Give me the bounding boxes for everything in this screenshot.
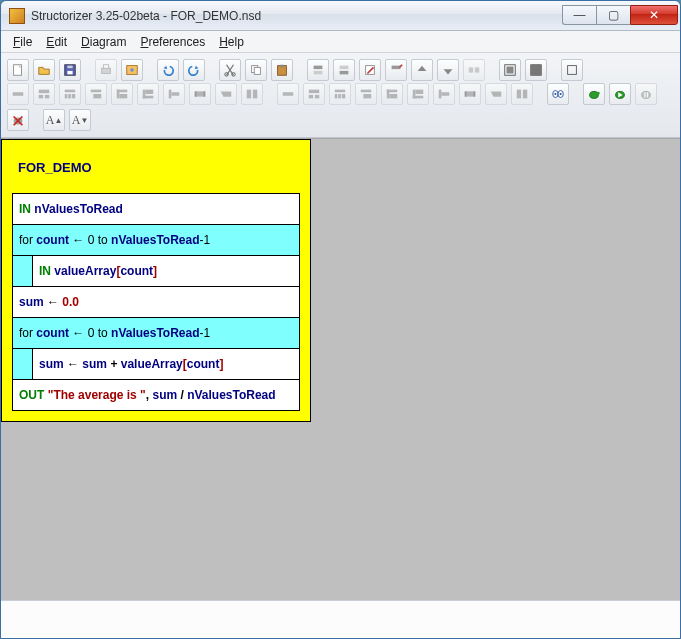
svg-rect-52 <box>309 95 313 99</box>
for2-inner[interactable]: sum ← sum + valueArray[count] <box>33 349 299 379</box>
output-average[interactable]: OUT "The average is ", sum / nValuesToRe… <box>13 380 299 410</box>
svg-rect-13 <box>280 65 284 68</box>
for2-header[interactable]: for count ← 0 to nValuesToRead-1 <box>13 318 299 349</box>
svg-rect-15 <box>314 71 323 75</box>
insert-instruction-after-icon[interactable] <box>277 83 299 105</box>
insert-for-before-icon[interactable] <box>85 83 107 105</box>
add-after-icon[interactable] <box>333 59 355 81</box>
insert-case-before-icon[interactable] <box>59 83 81 105</box>
svg-rect-29 <box>39 95 43 99</box>
diagram-title[interactable]: FOR_DEMO <box>12 150 300 193</box>
turtle-icon[interactable] <box>583 83 605 105</box>
for2-gutter <box>13 349 33 379</box>
svg-rect-35 <box>91 90 102 93</box>
insert-repeat-before-icon[interactable] <box>137 83 159 105</box>
insert-while-before-icon[interactable] <box>111 83 133 105</box>
insert-call-before-icon[interactable] <box>189 83 211 105</box>
analyser-icon[interactable] <box>547 83 569 105</box>
pause-icon[interactable] <box>635 83 657 105</box>
collapse-icon[interactable] <box>499 59 521 81</box>
svg-rect-27 <box>13 92 24 96</box>
open-icon[interactable] <box>33 59 55 81</box>
menu-file[interactable]: File <box>7 33 38 51</box>
svg-rect-72 <box>523 90 527 99</box>
insert-call-after-icon[interactable] <box>459 83 481 105</box>
insert-for-after-icon[interactable] <box>355 83 377 105</box>
font-decrease-icon[interactable]: A▼ <box>69 109 91 131</box>
transmute-icon[interactable] <box>463 59 485 81</box>
insert-repeat-after-icon[interactable] <box>407 83 429 105</box>
close-button[interactable]: ✕ <box>630 5 678 25</box>
expand-icon[interactable] <box>525 59 547 81</box>
insert-parallel-before-icon[interactable] <box>241 83 263 105</box>
insert-while-after-icon[interactable] <box>381 83 403 105</box>
input-nvalues[interactable]: IN nValuesToRead <box>13 194 299 225</box>
paste-icon[interactable] <box>271 59 293 81</box>
print-icon[interactable] <box>95 59 117 81</box>
status-bar <box>1 600 680 638</box>
svg-rect-23 <box>507 67 514 74</box>
svg-rect-17 <box>340 71 349 75</box>
maximize-button[interactable]: ▢ <box>596 5 630 25</box>
svg-rect-14 <box>314 66 323 70</box>
minimize-button[interactable]: ― <box>562 5 596 25</box>
for1-inner[interactable]: IN valueArray[count] <box>33 256 299 286</box>
svg-rect-51 <box>309 90 320 94</box>
menu-diagram[interactable]: Diagram <box>75 33 132 51</box>
toolbars: A▲ A▼ <box>1 53 680 138</box>
stop-icon[interactable] <box>7 109 29 131</box>
save-icon[interactable] <box>59 59 81 81</box>
new-icon[interactable] <box>7 59 29 81</box>
play-icon[interactable] <box>609 83 631 105</box>
toolbar-row-1 <box>7 59 674 81</box>
insert-forever-after-icon[interactable] <box>433 83 455 105</box>
export-image-icon[interactable] <box>121 59 143 81</box>
svg-rect-39 <box>119 94 127 98</box>
insert-forever-before-icon[interactable] <box>163 83 185 105</box>
add-before-icon[interactable] <box>307 59 329 81</box>
cut-icon[interactable] <box>219 59 241 81</box>
window-title: Structorizer 3.25-02beta - FOR_DEMO.nsd <box>31 9 562 23</box>
move-down-icon[interactable] <box>437 59 459 81</box>
menu-preferences[interactable]: Preferences <box>134 33 211 51</box>
svg-rect-56 <box>338 94 341 98</box>
assign-sum-zero[interactable]: sum ← 0.0 <box>13 287 299 318</box>
svg-point-80 <box>642 91 651 98</box>
svg-rect-63 <box>415 90 423 94</box>
svg-rect-19 <box>392 66 401 70</box>
menu-help[interactable]: Help <box>213 33 250 51</box>
titlebar[interactable]: Structorizer 3.25-02beta - FOR_DEMO.nsd … <box>1 1 680 31</box>
insert-jump-before-icon[interactable] <box>215 83 237 105</box>
diagram-canvas[interactable]: FOR_DEMO IN nValuesToRead for count ← 0 … <box>1 138 680 600</box>
svg-rect-54 <box>335 90 346 93</box>
boxed-icon[interactable] <box>561 59 583 81</box>
copy-icon[interactable] <box>245 59 267 81</box>
font-increase-icon[interactable]: A▲ <box>43 109 65 131</box>
insert-jump-after-icon[interactable] <box>485 83 507 105</box>
move-up-icon[interactable] <box>411 59 433 81</box>
insert-case-after-icon[interactable] <box>329 83 351 105</box>
svg-point-77 <box>590 91 599 98</box>
insert-instruction-before-icon[interactable] <box>7 83 29 105</box>
for1-header[interactable]: for count ← 0 to nValuesToRead-1 <box>13 225 299 256</box>
delete-icon[interactable] <box>385 59 407 81</box>
insert-alt-after-icon[interactable] <box>303 83 325 105</box>
svg-point-7 <box>130 68 134 72</box>
redo-icon[interactable] <box>183 59 205 81</box>
svg-rect-5 <box>103 65 108 69</box>
svg-point-75 <box>554 93 556 95</box>
insert-parallel-after-icon[interactable] <box>511 83 533 105</box>
svg-rect-57 <box>342 94 346 98</box>
nsd-diagram[interactable]: FOR_DEMO IN nValuesToRead for count ← 0 … <box>1 139 311 422</box>
menu-edit[interactable]: Edit <box>40 33 73 51</box>
insert-alt-before-icon[interactable] <box>33 83 55 105</box>
undo-icon[interactable] <box>157 59 179 81</box>
svg-rect-62 <box>389 94 397 98</box>
for1-gutter <box>13 256 33 286</box>
svg-rect-4 <box>102 68 111 73</box>
svg-point-78 <box>597 92 600 95</box>
edit-note-icon[interactable] <box>359 59 381 81</box>
svg-rect-67 <box>441 92 449 96</box>
svg-rect-48 <box>247 90 251 99</box>
svg-rect-16 <box>340 66 349 70</box>
